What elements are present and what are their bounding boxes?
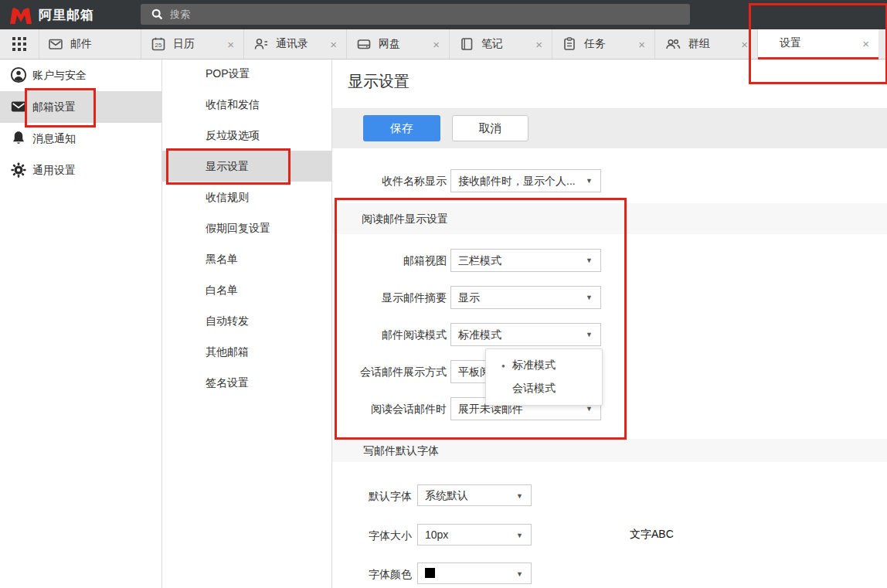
drive-icon	[356, 36, 372, 52]
nav-item-other-mailbox[interactable]: 其他邮箱	[162, 336, 331, 367]
sidebar-item-notifications[interactable]: 消息通知	[0, 123, 161, 155]
sidebar-item-label: 消息通知	[32, 132, 76, 146]
notes-icon	[459, 36, 474, 52]
color-swatch	[425, 568, 435, 578]
close-icon[interactable]: ×	[227, 39, 234, 50]
font-size-label: 字体大小	[332, 524, 412, 547]
tab-bar: 邮件 25 日历 × 通讯录 × 网盘 × 笔记 × 任务	[0, 29, 887, 59]
brand[interactable]: 阿里邮箱	[9, 6, 94, 24]
tab-label: 通讯录	[276, 37, 308, 51]
display-settings-panel: 显示设置 保存 取消 收件名称显示 接收邮件时，显示个人... ▼ 阅读邮件显示…	[332, 59, 887, 588]
sidebar-item-mail-settings[interactable]: 邮箱设置	[0, 91, 161, 123]
mail-settings-nav: POP设置 收信和发信 反垃圾选项 显示设置 收信规则 假期回复设置 黑名单 白…	[162, 59, 332, 588]
close-icon[interactable]: ×	[535, 39, 542, 50]
chevron-down-icon: ▼	[586, 324, 593, 345]
tab-tasks[interactable]: 任务 ×	[552, 29, 655, 59]
chevron-down-icon: ▼	[516, 485, 523, 507]
svg-text:25: 25	[155, 42, 162, 49]
menu-item-label: 标准模式	[512, 359, 556, 372]
tab-label: 设置	[780, 36, 801, 50]
sidebar-item-general-settings[interactable]: 通用设置	[0, 155, 161, 186]
tab-drive[interactable]: 网盘 ×	[347, 29, 450, 59]
tab-settings[interactable]: 设置 ×	[758, 29, 879, 59]
mail-summary-select[interactable]: 显示 ▼	[450, 286, 601, 309]
mailbox-view-label: 邮箱视图	[332, 249, 447, 272]
tab-groups[interactable]: 群组 ×	[655, 29, 758, 59]
chevron-down-icon: ▼	[516, 525, 523, 546]
tab-label: 日历	[173, 37, 195, 51]
sidebar-item-account-security[interactable]: 账户与安全	[0, 59, 161, 91]
nav-item-antispam[interactable]: 反垃圾选项	[162, 120, 331, 151]
settings-sidebar: 账户与安全 邮箱设置 消息通知 通用设置	[0, 59, 162, 588]
sidebar-item-label: 邮箱设置	[32, 100, 76, 114]
mail-icon	[48, 36, 63, 52]
nav-item-whitelist[interactable]: 白名单	[162, 274, 331, 305]
groups-icon	[664, 36, 681, 52]
menu-item-label: 会话模式	[512, 382, 556, 396]
reading-mode-label: 邮件阅读模式	[332, 323, 447, 346]
calendar-icon: 25	[151, 36, 166, 52]
tab-calendar[interactable]: 25 日历 ×	[141, 29, 244, 59]
tab-label: 群组	[688, 37, 710, 51]
close-icon[interactable]: ×	[433, 39, 440, 50]
close-icon[interactable]: ×	[638, 39, 645, 50]
nav-item-signature[interactable]: 签名设置	[162, 367, 331, 398]
select-value: 系统默认	[425, 489, 468, 501]
close-icon[interactable]: ×	[741, 39, 748, 50]
save-button[interactable]: 保存	[363, 115, 440, 141]
default-font-select[interactable]: 系统默认 ▼	[417, 484, 532, 506]
chevron-down-icon: ▼	[586, 170, 593, 192]
select-value: 标准模式	[458, 328, 501, 341]
tab-contacts[interactable]: 通讯录 ×	[244, 29, 347, 59]
bell-icon	[10, 130, 27, 147]
font-preview-text: 文字ABC	[630, 528, 674, 542]
apps-grid-icon	[12, 37, 26, 51]
select-value: 10px	[425, 529, 448, 541]
top-bar: 阿里邮箱	[0, 0, 887, 29]
brand-name: 阿里邮箱	[39, 6, 94, 24]
mail-summary-label: 显示邮件摘要	[332, 286, 447, 309]
select-value: 三栏模式	[458, 254, 501, 267]
action-bar: 保存 取消	[332, 108, 887, 148]
menu-item-conversation-mode[interactable]: ● 会话模式	[486, 377, 602, 400]
close-icon[interactable]: ×	[330, 39, 337, 50]
mail-filled-icon	[10, 98, 27, 115]
nav-item-vacation-reply[interactable]: 假期回复设置	[162, 212, 331, 243]
font-color-select[interactable]: ▼	[417, 563, 532, 584]
gear-icon	[10, 161, 27, 178]
apps-grid-button[interactable]	[0, 29, 39, 59]
chevron-down-icon: ▼	[586, 250, 593, 271]
cancel-button[interactable]: 取消	[452, 115, 528, 141]
selected-bullet-icon: ●	[501, 362, 512, 369]
search-box[interactable]	[141, 4, 690, 25]
page-title: 显示设置	[348, 71, 410, 92]
reading-mode-dropdown-menu: ● 标准模式 ● 会话模式	[485, 348, 603, 406]
nav-item-blacklist[interactable]: 黑名单	[162, 243, 331, 274]
account-icon	[10, 66, 27, 83]
chevron-down-icon: ▼	[516, 563, 523, 585]
reading-section-header: 阅读邮件显示设置	[332, 203, 887, 234]
compose-font-section-header: 写邮件默认字体	[332, 439, 887, 462]
nav-item-send-receive[interactable]: 收信和发信	[162, 89, 331, 120]
close-icon[interactable]: ×	[862, 38, 869, 49]
menu-item-standard-mode[interactable]: ● 标准模式	[486, 354, 602, 377]
nav-item-pop[interactable]: POP设置	[162, 58, 331, 89]
recipient-name-select[interactable]: 接收邮件时，显示个人... ▼	[450, 169, 601, 192]
tab-mail[interactable]: 邮件	[39, 29, 141, 59]
alimail-logo-icon	[9, 7, 32, 24]
font-size-select[interactable]: 10px ▼	[417, 524, 532, 546]
reading-mode-select[interactable]: 标准模式 ▼	[450, 323, 601, 346]
font-color-label: 字体颜色	[332, 563, 412, 586]
recipient-name-label: 收件名称显示	[332, 169, 447, 192]
tab-notes[interactable]: 笔记 ×	[450, 29, 552, 59]
sidebar-item-label: 账户与安全	[32, 69, 87, 83]
default-font-label: 默认字体	[332, 484, 412, 508]
alimail-settings-window: 阿里邮箱 邮件 2	[0, 0, 887, 588]
nav-item-display[interactable]: 显示设置	[162, 151, 331, 182]
nav-item-rules[interactable]: 收信规则	[162, 182, 331, 212]
nav-item-auto-forward[interactable]: 自动转发	[162, 305, 331, 336]
select-value: 接收邮件时，显示个人...	[458, 175, 576, 187]
search-input[interactable]	[141, 4, 690, 25]
mailbox-view-select[interactable]: 三栏模式 ▼	[450, 249, 601, 272]
tab-label: 任务	[584, 37, 606, 51]
